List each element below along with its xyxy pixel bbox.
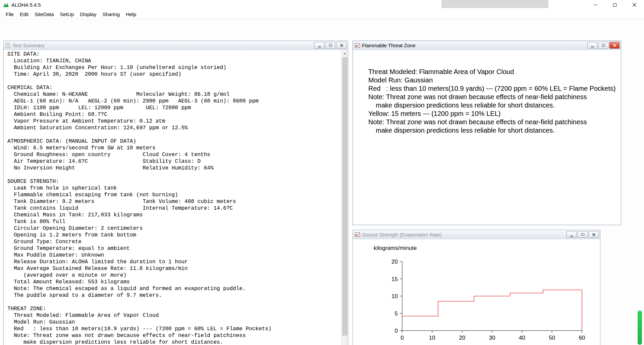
svg-text:20: 20 xyxy=(459,335,465,341)
flammable-maximize-button[interactable] xyxy=(598,42,608,49)
text-summary-window-buttons xyxy=(314,42,346,49)
svg-text:kilograms/minute: kilograms/minute xyxy=(374,245,417,251)
source-strength-maximize-button[interactable] xyxy=(578,231,588,238)
svg-text:10: 10 xyxy=(429,335,435,341)
flammable-title: Flammable Threat Zone xyxy=(362,43,587,48)
text-summary-minimize-button[interactable] xyxy=(314,42,324,49)
source-strength-title: Source Strength (Evaporation Rate) xyxy=(362,232,567,237)
text-summary-close-button[interactable] xyxy=(336,42,346,49)
svg-text:40: 40 xyxy=(519,335,525,341)
svg-text:0: 0 xyxy=(400,335,404,341)
source-strength-minimize-button[interactable] xyxy=(567,231,577,238)
menu-file[interactable]: File xyxy=(3,11,17,17)
close-button[interactable] xyxy=(625,0,644,10)
text-summary-content: SITE DATA: Location: TIANJIN, CHINA Buil… xyxy=(4,50,341,345)
close-icon xyxy=(340,44,343,47)
menu-setup[interactable]: SetUp xyxy=(57,11,77,17)
minimize-icon xyxy=(594,5,597,5)
document-icon xyxy=(6,43,10,48)
flammable-titlebar[interactable]: Flammable Threat Zone xyxy=(353,41,621,50)
aloha-logo-icon xyxy=(3,2,9,8)
text-summary-title: Text Summary xyxy=(12,43,314,48)
minimize-icon xyxy=(570,236,573,236)
svg-text:20: 20 xyxy=(391,259,398,265)
close-icon xyxy=(592,233,595,236)
maximize-icon xyxy=(602,44,605,47)
close-icon xyxy=(633,3,636,7)
scroll-up-arrow-icon[interactable] xyxy=(341,50,348,57)
svg-text:30: 30 xyxy=(489,335,495,341)
menu-sharing[interactable]: Sharing xyxy=(99,11,123,17)
flammable-minimize-button[interactable] xyxy=(587,42,597,49)
flammable-window-buttons xyxy=(587,42,620,49)
svg-text:50: 50 xyxy=(549,335,555,341)
evaporation-rate-chart: 051015200102030405060kilograms/minutemin… xyxy=(353,239,600,345)
svg-text:10: 10 xyxy=(391,293,398,299)
flammable-threat-zone-window: Flammable Threat Zone Threat Modeled: Fl… xyxy=(353,41,621,225)
threat-chart-icon xyxy=(355,232,360,237)
source-strength-titlebar[interactable]: Source Strength (Evaporation Rate) xyxy=(353,230,600,239)
svg-text:60: 60 xyxy=(579,335,585,341)
maximize-icon xyxy=(581,233,584,236)
threat-chart-icon xyxy=(355,43,360,48)
svg-text:5: 5 xyxy=(395,310,398,317)
minimize-button[interactable] xyxy=(586,0,605,10)
gray-overlay-artifact xyxy=(441,0,548,8)
menu-help[interactable]: Help xyxy=(123,11,139,17)
source-strength-close-button[interactable] xyxy=(589,231,599,238)
text-summary-maximize-button[interactable] xyxy=(325,42,335,49)
close-icon xyxy=(613,44,616,47)
svg-text:15: 15 xyxy=(391,276,398,282)
text-summary-titlebar[interactable]: Text Summary xyxy=(4,41,348,50)
maximize-button[interactable] xyxy=(605,0,625,10)
window-controls xyxy=(586,0,644,10)
vertical-scrollbar[interactable] xyxy=(341,50,348,345)
svg-text:0: 0 xyxy=(395,328,398,334)
green-scroll-indicator[interactable] xyxy=(638,310,642,345)
menu-sitedata[interactable]: SiteData xyxy=(32,11,57,17)
maximize-icon xyxy=(329,44,332,47)
menu-bar: File Edit SiteData SetUp Display Sharing… xyxy=(0,10,644,19)
minimize-icon xyxy=(318,47,321,47)
mdi-area: Text Summary SITE DATA: Location: TIANJI… xyxy=(0,19,644,345)
menu-edit[interactable]: Edit xyxy=(17,11,32,17)
main-titlebar[interactable]: ALOHA 5.4.5 xyxy=(0,0,644,10)
vertical-scroll-thumb[interactable] xyxy=(342,57,347,336)
app-title: ALOHA 5.4.5 xyxy=(11,2,41,8)
source-strength-window: Source Strength (Evaporation Rate) 05101… xyxy=(353,230,600,345)
menu-display[interactable]: Display xyxy=(77,11,99,17)
maximize-icon xyxy=(613,3,616,7)
flammable-content: Threat Modeled: Flammable Area of Vapor … xyxy=(353,50,620,224)
source-strength-window-buttons xyxy=(567,231,599,238)
text-summary-window: Text Summary SITE DATA: Location: TIANJI… xyxy=(3,41,348,345)
flammable-close-button[interactable] xyxy=(609,42,620,49)
minimize-icon xyxy=(591,47,594,47)
